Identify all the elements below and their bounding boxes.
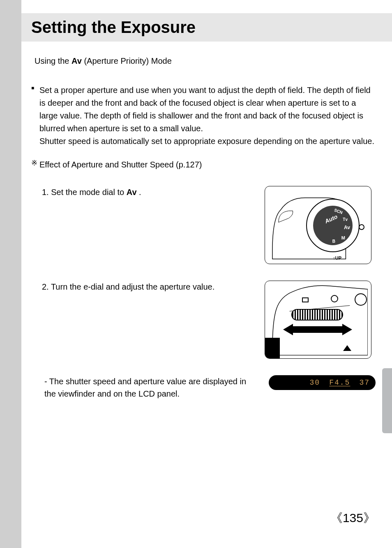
page-title: Setting the Exposure xyxy=(31,18,382,37)
magnify-icon xyxy=(331,295,338,302)
mode-subtitle: Using the Av (Aperture Priority) Mode xyxy=(31,56,376,66)
step-2-image xyxy=(265,281,376,359)
dial-label-b: B xyxy=(332,239,335,244)
bullet-square-icon xyxy=(31,84,39,91)
triangle-up-icon xyxy=(344,345,350,350)
vf-shutter-value: 30 xyxy=(310,378,321,387)
av-mode-icon: Av xyxy=(71,56,82,65)
step1-prefix: 1. Set the mode dial to xyxy=(42,188,127,197)
step-1-row: 1. Set the mode dial to Av . Auto SCN Tv xyxy=(31,186,376,268)
arrow-bar-icon xyxy=(291,326,344,333)
step-1-image: Auto SCN Tv Av M B ↑UP xyxy=(265,186,376,264)
dial-label-auto: Auto xyxy=(324,213,339,225)
mode-dial-diagram: Auto SCN Tv Av M B ↑UP xyxy=(265,186,371,264)
step-2-note-row: - The shutter speed and aperture value a… xyxy=(31,375,376,400)
page-number: 《135》 xyxy=(330,510,376,527)
reference-text: Effect of Aperture and Shutter Speed (p.… xyxy=(39,158,376,171)
shutter-button-icon xyxy=(355,293,367,306)
e-dial-diagram xyxy=(265,281,371,359)
dial-label-tv: Tv xyxy=(343,217,348,222)
step-2-row: 2. Turn the e-dial and adjust the apertu… xyxy=(31,281,376,363)
subtitle-prefix: Using the xyxy=(35,56,71,65)
e-dial-icon xyxy=(291,309,343,320)
description-para2: Shutter speed is automatically set to ap… xyxy=(39,135,376,148)
step1-suffix: . xyxy=(139,188,141,197)
lcd-corner-icon xyxy=(265,338,280,358)
viewfinder-panel: 30 F4.5 37 xyxy=(269,375,376,390)
dial-pointer-icon xyxy=(359,224,364,230)
step-1-text: 1. Set the mode dial to Av . xyxy=(42,186,265,198)
content-area: Setting the Exposure Using the Av (Apert… xyxy=(21,0,392,400)
vf-aperture-value: F4.5 xyxy=(329,378,350,387)
av-mode-icon: Av xyxy=(127,188,137,197)
description-para1: Set a proper aperture and use when you w… xyxy=(39,84,376,135)
af-point-icon xyxy=(302,297,309,302)
left-crop-margin xyxy=(0,0,21,548)
mode-dial-icon: Auto SCN Tv Av M B xyxy=(306,199,360,252)
vf-count-value: 37 xyxy=(359,378,370,387)
step-2-text: 2. Turn the e-dial and adjust the apertu… xyxy=(42,281,265,293)
title-bar: Setting the Exposure xyxy=(21,13,392,42)
dial-label-av: Av xyxy=(344,225,350,230)
dial-label-m: M xyxy=(341,235,345,240)
step-2-note-text: - The shutter speed and aperture value a… xyxy=(44,375,269,400)
inner-content: Using the Av (Aperture Priority) Mode Se… xyxy=(21,56,392,400)
description-text: Set a proper aperture and use when you w… xyxy=(39,84,376,148)
arrow-right-icon xyxy=(342,324,352,335)
section-tab xyxy=(382,368,392,433)
reference-block: ※ Effect of Aperture and Shutter Speed (… xyxy=(31,158,376,171)
viewfinder-readout: 30 F4.5 37 xyxy=(269,375,376,390)
description-block: Set a proper aperture and use when you w… xyxy=(31,84,376,148)
tup-label: ↑UP xyxy=(333,255,341,260)
subtitle-suffix: (Aperture Priority) Mode xyxy=(84,56,171,65)
mode-dial-inner: Auto SCN Tv Av M B xyxy=(313,206,353,245)
reference-mark-icon: ※ xyxy=(31,158,39,167)
